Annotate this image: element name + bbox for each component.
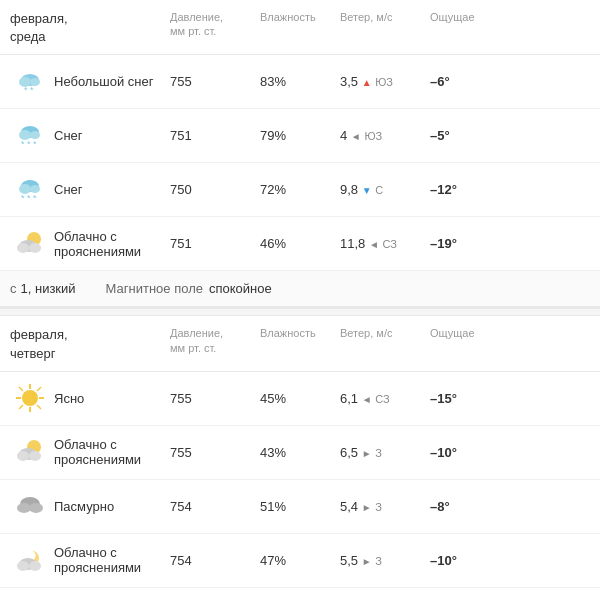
humidity-val: 46%: [260, 236, 340, 251]
weather-desc: Облачно с прояснениями: [50, 545, 170, 575]
feel-val: –12°: [430, 182, 590, 197]
weather-data: 754 51% 5,4 ► З –8°: [170, 499, 590, 514]
col-header-wind2: Ветер, м/с: [340, 326, 430, 355]
pressure-val: 751: [170, 236, 260, 251]
weather-icon: [10, 228, 50, 260]
weather-row: Снег 750 72% 9,8 ▼ С –12°: [0, 163, 600, 217]
feel-val: –6°: [430, 74, 590, 89]
section1-date: февраля, среда: [10, 10, 170, 46]
weather-row: Небольшой снег 755 83% 3,5 ▲ ЮЗ –6°: [0, 55, 600, 109]
weather-desc: Небольшой снег: [50, 74, 170, 89]
pressure-val: 755: [170, 74, 260, 89]
weather-desc: Ясно: [50, 391, 170, 406]
wind-val: 9,8 ▼ С: [340, 182, 430, 197]
col-header-pressure: Давление, мм рт. ст.: [170, 10, 260, 39]
wind-val: 5,5 ► З: [340, 553, 430, 568]
feel-val: –19°: [430, 236, 590, 251]
weather-row: Пасмурно 754 51% 5,4 ► З –8°: [0, 480, 600, 534]
wind-val: 6,5 ► З: [340, 445, 430, 460]
weather-icon: [10, 66, 50, 98]
weather-data: 755 45% 6,1 ◄ СЗ –15°: [170, 391, 590, 406]
weather-icon: [10, 544, 50, 576]
section2-date: февраля, четверг: [10, 326, 170, 362]
weather-desc: Пасмурно: [50, 499, 170, 514]
wind-val: 11,8 ◄ СЗ: [340, 236, 430, 251]
weather-desc: Снег: [50, 182, 170, 197]
wind-val: 6,1 ◄ СЗ: [340, 391, 430, 406]
weather-icon: [10, 490, 50, 522]
wind-val: 4 ◄ ЮЗ: [340, 128, 430, 143]
weather-row: Облачно с прояснениями 755 43% 6,5 ► З –…: [0, 426, 600, 480]
weather-data: 751 79% 4 ◄ ЮЗ –5°: [170, 128, 590, 143]
col-header-pressure2: Давление, мм рт. ст.: [170, 326, 260, 355]
col-header-wind: Ветер, м/с: [340, 10, 430, 39]
weather-data: 751 46% 11,8 ◄ СЗ –19°: [170, 236, 590, 251]
weather-desc: Облачно с прояснениями: [50, 229, 170, 259]
feel-val: –5°: [430, 128, 590, 143]
col-header-feel: Ощущае: [430, 10, 590, 39]
col-headers-2: Давление, мм рт. ст. Влажность Ветер, м/…: [170, 326, 590, 355]
pressure-val: 751: [170, 128, 260, 143]
status-bar: с 1, низкий Магнитное поле спокойное: [0, 271, 600, 308]
weather-row: Снег 751 79% 4 ◄ ЮЗ –5°: [0, 109, 600, 163]
pressure-val: 755: [170, 445, 260, 460]
weather-icon: [10, 120, 50, 152]
section-divider: [0, 308, 600, 316]
humidity-val: 72%: [260, 182, 340, 197]
pressure-val: 754: [170, 553, 260, 568]
pressure-val: 755: [170, 391, 260, 406]
section1-header: февраля, среда Давление, мм рт. ст. Влаж…: [0, 0, 600, 55]
col-header-feel2: Ощущае: [430, 326, 590, 355]
humidity-val: 51%: [260, 499, 340, 514]
weather-data: 755 83% 3,5 ▲ ЮЗ –6°: [170, 74, 590, 89]
feel-val: –10°: [430, 445, 590, 460]
pressure-val: 754: [170, 499, 260, 514]
humidity-val: 47%: [260, 553, 340, 568]
humidity-val: 83%: [260, 74, 340, 89]
weather-desc: Облачно с прояснениями: [50, 437, 170, 467]
weather-icon: [10, 382, 50, 414]
humidity-val: 79%: [260, 128, 340, 143]
weather-row: Ясно 755 45% 6,1 ◄ СЗ –15°: [0, 372, 600, 426]
pressure-val: 750: [170, 182, 260, 197]
col-headers: Давление, мм рт. ст. Влажность Ветер, м/…: [170, 10, 590, 39]
col-header-humidity: Влажность: [260, 10, 340, 39]
weather-data: 754 47% 5,5 ► З –10°: [170, 553, 590, 568]
feel-val: –15°: [430, 391, 590, 406]
col-header-humidity2: Влажность: [260, 326, 340, 355]
weather-row: Облачно с прояснениями 754 47% 5,5 ► З –…: [0, 534, 600, 588]
weather-icon: [10, 436, 50, 468]
wind-val: 3,5 ▲ ЮЗ: [340, 74, 430, 89]
weather-desc: Снег: [50, 128, 170, 143]
weather-icon: [10, 174, 50, 206]
wind-val: 5,4 ► З: [340, 499, 430, 514]
feel-val: –8°: [430, 499, 590, 514]
section2-header: февраля, четверг Давление, мм рт. ст. Вл…: [0, 316, 600, 371]
weather-data: 755 43% 6,5 ► З –10°: [170, 445, 590, 460]
weather-data: 750 72% 9,8 ▼ С –12°: [170, 182, 590, 197]
humidity-val: 45%: [260, 391, 340, 406]
humidity-val: 43%: [260, 445, 340, 460]
weather-row: Облачно с прояснениями 751 46% 11,8 ◄ СЗ…: [0, 217, 600, 271]
feel-val: –10°: [430, 553, 590, 568]
